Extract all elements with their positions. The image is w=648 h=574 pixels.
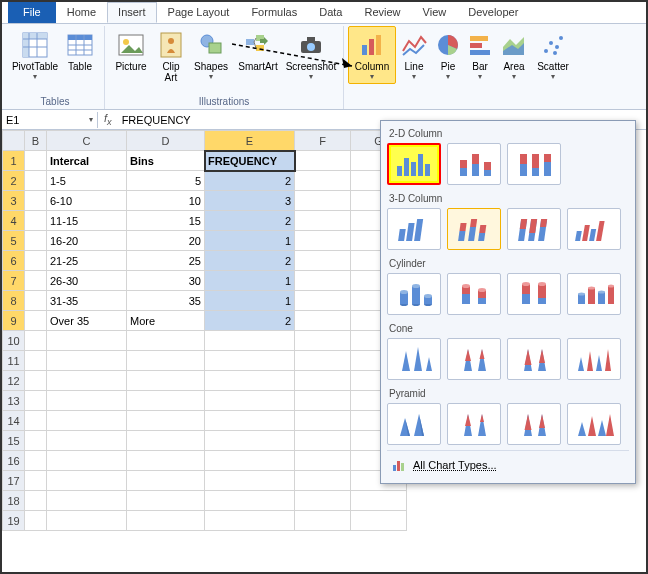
cell-C17[interactable]: [47, 471, 127, 491]
cell-E5[interactable]: 1: [205, 231, 295, 251]
clustered-cylinder[interactable]: [387, 273, 441, 315]
cell-C2[interactable]: 1-5: [47, 171, 127, 191]
cell-F1[interactable]: [295, 151, 351, 171]
cell-D15[interactable]: [127, 431, 205, 451]
cell-D19[interactable]: [127, 511, 205, 531]
cell-E3[interactable]: 3: [205, 191, 295, 211]
cell-B11[interactable]: [25, 351, 47, 371]
row-header-8[interactable]: 8: [3, 291, 25, 311]
name-box[interactable]: E1 ▾: [2, 112, 98, 128]
cell-F2[interactable]: [295, 171, 351, 191]
cell-E16[interactable]: [205, 451, 295, 471]
stacked100-column-3d[interactable]: [507, 208, 561, 250]
tab-developer[interactable]: Developer: [457, 2, 529, 23]
row-header-12[interactable]: 12: [3, 371, 25, 391]
row-header-18[interactable]: 18: [3, 491, 25, 511]
row-header-15[interactable]: 15: [3, 431, 25, 451]
cell-D4[interactable]: 15: [127, 211, 205, 231]
col-header-E[interactable]: E: [205, 131, 295, 151]
cylinder-3d[interactable]: [567, 273, 621, 315]
row-header-7[interactable]: 7: [3, 271, 25, 291]
tab-page-layout[interactable]: Page Layout: [157, 2, 241, 23]
cell-B7[interactable]: [25, 271, 47, 291]
cell-C18[interactable]: [47, 491, 127, 511]
cell-F12[interactable]: [295, 371, 351, 391]
cell-F16[interactable]: [295, 451, 351, 471]
row-header-4[interactable]: 4: [3, 211, 25, 231]
cell-D12[interactable]: [127, 371, 205, 391]
clipart-button[interactable]: Clip Art: [153, 26, 189, 86]
cell-B1[interactable]: [25, 151, 47, 171]
cell-B4[interactable]: [25, 211, 47, 231]
cell-D1[interactable]: Bins: [127, 151, 205, 171]
cell-C8[interactable]: 31-35: [47, 291, 127, 311]
picture-button[interactable]: Picture: [109, 26, 153, 75]
clustered-column-2d[interactable]: [387, 143, 441, 185]
cell-F9[interactable]: [295, 311, 351, 331]
cell-E7[interactable]: 1: [205, 271, 295, 291]
row-header-17[interactable]: 17: [3, 471, 25, 491]
tab-data[interactable]: Data: [308, 2, 353, 23]
cell-E18[interactable]: [205, 491, 295, 511]
cell-F4[interactable]: [295, 211, 351, 231]
cell-B19[interactable]: [25, 511, 47, 531]
stacked-cylinder[interactable]: [447, 273, 501, 315]
cell-B2[interactable]: [25, 171, 47, 191]
row-header-9[interactable]: 9: [3, 311, 25, 331]
cell-B16[interactable]: [25, 451, 47, 471]
fx-icon[interactable]: fx: [98, 112, 118, 127]
cell-F19[interactable]: [295, 511, 351, 531]
row-header-11[interactable]: 11: [3, 351, 25, 371]
cell-E4[interactable]: 2: [205, 211, 295, 231]
cell-F13[interactable]: [295, 391, 351, 411]
cell-E2[interactable]: 2: [205, 171, 295, 191]
cell-E6[interactable]: 2: [205, 251, 295, 271]
stacked-column-2d[interactable]: [447, 143, 501, 185]
col-header-D[interactable]: D: [127, 131, 205, 151]
cell-C1[interactable]: Intercal: [47, 151, 127, 171]
row-header-3[interactable]: 3: [3, 191, 25, 211]
cell-C14[interactable]: [47, 411, 127, 431]
cell-G18[interactable]: [351, 491, 407, 511]
cell-B10[interactable]: [25, 331, 47, 351]
cell-C12[interactable]: [47, 371, 127, 391]
cell-C11[interactable]: [47, 351, 127, 371]
cell-C7[interactable]: 26-30: [47, 271, 127, 291]
cell-D2[interactable]: 5: [127, 171, 205, 191]
cell-E8[interactable]: 1: [205, 291, 295, 311]
cell-F10[interactable]: [295, 331, 351, 351]
smartart-button[interactable]: SmartArt: [233, 26, 283, 75]
cell-G19[interactable]: [351, 511, 407, 531]
cell-F3[interactable]: [295, 191, 351, 211]
line-chart-button[interactable]: Line ▾: [396, 26, 432, 84]
shapes-button[interactable]: Shapes ▾: [189, 26, 233, 84]
pivot-table-button[interactable]: PivotTable ▾: [10, 26, 60, 84]
cell-B8[interactable]: [25, 291, 47, 311]
screenshot-button[interactable]: Screenshot ▾: [283, 26, 339, 84]
cell-E17[interactable]: [205, 471, 295, 491]
tab-home[interactable]: Home: [56, 2, 107, 23]
row-header-16[interactable]: 16: [3, 451, 25, 471]
cell-C19[interactable]: [47, 511, 127, 531]
cell-B14[interactable]: [25, 411, 47, 431]
table-button[interactable]: Table: [60, 26, 100, 75]
cell-E11[interactable]: [205, 351, 295, 371]
row-header-5[interactable]: 5: [3, 231, 25, 251]
row-header-13[interactable]: 13: [3, 391, 25, 411]
cell-B12[interactable]: [25, 371, 47, 391]
clustered-cone[interactable]: [387, 338, 441, 380]
cell-C4[interactable]: 11-15: [47, 211, 127, 231]
cell-C10[interactable]: [47, 331, 127, 351]
clustered-pyramid[interactable]: [387, 403, 441, 445]
pyramid-3d[interactable]: [567, 403, 621, 445]
cell-F7[interactable]: [295, 271, 351, 291]
col-header-F[interactable]: F: [295, 131, 351, 151]
cell-F14[interactable]: [295, 411, 351, 431]
cell-F18[interactable]: [295, 491, 351, 511]
cell-F6[interactable]: [295, 251, 351, 271]
column-3d[interactable]: [567, 208, 621, 250]
tab-formulas[interactable]: Formulas: [240, 2, 308, 23]
cell-C13[interactable]: [47, 391, 127, 411]
all-chart-types[interactable]: All Chart Types...: [387, 450, 629, 479]
cell-B15[interactable]: [25, 431, 47, 451]
